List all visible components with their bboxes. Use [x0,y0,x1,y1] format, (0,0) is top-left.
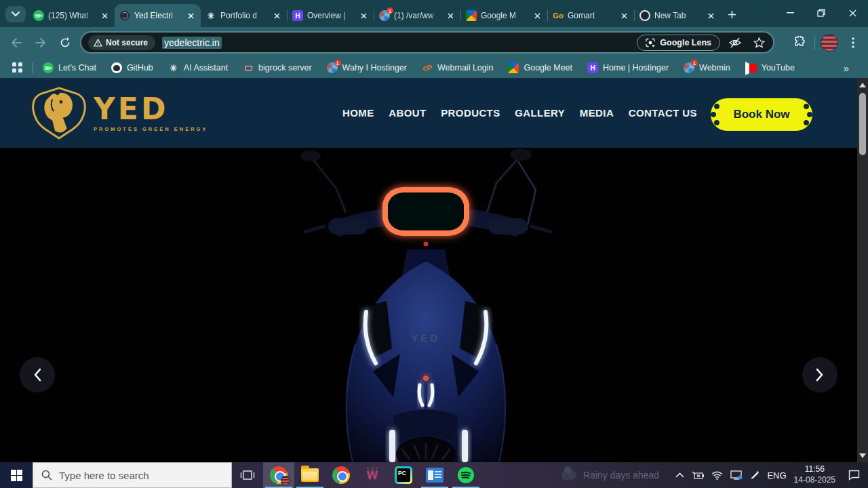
bookmark-lets-chat[interactable]: 99+ Let's Chat [43,62,96,73]
bookmark-star-button[interactable] [750,34,768,52]
bookmark-google-meet[interactable]: Google Meet [508,62,572,73]
url-text[interactable]: yedelectric.in [162,37,222,49]
taskbar-chrome-pinned[interactable] [326,462,357,488]
close-icon[interactable] [445,10,456,21]
security-chip[interactable]: Not secure [88,35,155,50]
spotify-icon [457,466,475,484]
preview-hidden-button[interactable] [726,34,744,52]
browser-menu-button[interactable] [844,33,863,52]
toolbar-right-cluster [790,27,868,58]
bookmark-wahy-hostinger[interactable]: 1 Wahy I Hostinger [327,62,407,73]
apps-grid-icon[interactable] [12,62,23,73]
nav-home[interactable]: HOME [342,107,374,119]
address-bar[interactable]: Not secure yedelectric.in Google Lens [80,31,774,54]
chrome-icon [332,466,350,484]
taskbar-wamp[interactable]: ꓪ [357,462,388,488]
tab-google-meet[interactable]: Google M [461,4,547,27]
close-icon[interactable] [185,10,196,21]
bookmark-webmin[interactable]: 1 Webmin [684,62,730,73]
taskbar-file-explorer[interactable] [294,462,326,488]
bookmark-label: AI Assistant [184,63,228,73]
site-header: YED PROMOTES GREEN ENERGY HOME ABOUT PRO… [0,78,868,148]
bookmark-webmail-login[interactable]: cP Webmail Login [422,62,493,73]
bookmark-label: YouTube [762,63,795,73]
scroll-down-arrow[interactable] [857,450,868,461]
tab-new-tab[interactable]: New Tab [635,4,721,27]
bookmark-label: Let's Chat [58,63,96,73]
tray-expand-chevron[interactable] [675,472,684,478]
close-icon[interactable] [532,10,542,21]
bookmark-youtube[interactable]: YouTube [745,63,795,73]
carousel-prev-button[interactable] [20,357,55,392]
site-logo[interactable]: YED PROMOTES GREEN ENERGY [30,86,208,140]
window-restore-button[interactable] [806,0,837,26]
tab-portfolio[interactable]: ✳ Portfolio d [201,4,287,27]
extensions-button[interactable] [790,33,809,52]
close-icon[interactable] [705,10,716,21]
taskbar-pycharm[interactable]: PC [388,462,419,488]
bookmarks-overflow-chevron[interactable]: » [844,62,849,74]
google-lens-button[interactable]: Google Lens [637,35,720,51]
bookmark-home-hostinger[interactable]: H Home | Hostinger [587,62,669,73]
window-minimize-button[interactable] [774,0,806,26]
bookmark-ai-assistant[interactable]: ✳ AI Assistant [168,62,228,73]
action-center-button[interactable] [848,470,860,481]
close-icon[interactable] [358,10,369,21]
logo-tagline: PROMOTES GREEN ENERGY [94,126,208,132]
nav-contact-us[interactable]: CONTACT US [629,107,697,119]
search-input[interactable] [59,470,215,481]
window-close-button[interactable] [837,0,868,26]
close-icon[interactable] [618,10,629,21]
nav-media[interactable]: MEDIA [580,107,614,119]
tab-title: Yed Electri [134,11,181,20]
taskbar-contacts-app[interactable] [419,462,450,488]
battery-icon [692,471,704,479]
gomart-icon: Go [553,10,564,21]
close-icon[interactable] [271,10,282,21]
tab-overview[interactable]: H Overview | [288,4,374,27]
battery-status[interactable] [692,471,704,479]
bookmark-github[interactable]: GitHub [111,62,153,73]
reload-button[interactable] [56,33,75,52]
scrollbar-thumb[interactable] [859,93,866,155]
pen-status[interactable] [750,470,760,480]
clock-time: 11:56 [805,464,825,474]
nav-products[interactable]: PRODUCTS [441,107,500,119]
task-view-button[interactable] [232,462,263,488]
windows-logo-icon [11,470,22,481]
forward-button[interactable] [31,33,50,52]
tab-var-www[interactable]: 1 (1) /var/ww [374,4,460,27]
restore-icon [817,9,825,17]
page-scrollbar[interactable] [857,78,868,462]
taskbar-clock[interactable]: 11:56 14-08-2025 [794,464,835,485]
taskbar-search[interactable] [33,462,232,488]
google-lens-icon [646,38,655,47]
tab-gomart[interactable]: Go Gomart [548,4,634,27]
nav-gallery[interactable]: GALLERY [515,107,565,119]
bookmark-bigrock[interactable]: bigrock server [243,62,312,73]
scroll-up-arrow[interactable] [857,79,868,90]
nav-about[interactable]: ABOUT [389,107,426,119]
language-indicator[interactable]: ENG [767,470,786,481]
taskbar-chrome-active[interactable] [263,462,294,488]
close-icon[interactable] [99,10,110,21]
bookmark-label: bigrock server [258,63,312,73]
tab-search-button[interactable] [5,6,26,22]
weather-widget[interactable]: Rainy days ahead [561,462,659,488]
star-icon [753,37,765,48]
divider [814,36,815,49]
carousel-next-button[interactable] [802,357,837,392]
eye-slash-icon [728,37,742,48]
warning-icon [94,39,102,47]
contact-card-icon [426,468,443,483]
tab-whatsapp[interactable]: 99+ (125) What [28,4,115,27]
new-tab-button[interactable] [723,5,741,23]
wifi-status[interactable] [711,471,723,480]
profile-avatar[interactable] [821,34,838,52]
start-button[interactable] [0,462,33,488]
taskbar-spotify[interactable] [450,462,481,488]
tab-yed-electric-active[interactable]: Yed Electri [115,4,201,27]
display-cast-status[interactable] [730,470,743,480]
book-now-button[interactable]: Book Now [711,98,812,131]
back-button[interactable] [7,33,26,52]
